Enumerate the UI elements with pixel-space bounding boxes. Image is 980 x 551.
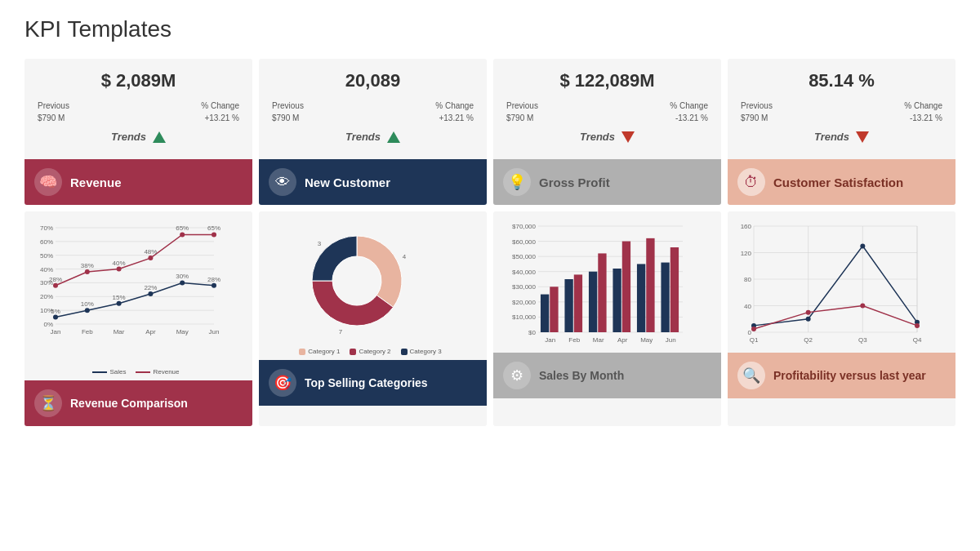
chart-area: 0%10%20%30%40%50%60%70%JanFebMarAprMayJu… (24, 211, 252, 367)
svg-point-38 (117, 267, 122, 272)
svg-text:Jun: Jun (209, 328, 220, 335)
svg-text:$0: $0 (528, 329, 536, 336)
previous-value: $790 M (741, 113, 768, 122)
trend-down-icon (856, 131, 869, 143)
change-value: -13.21 % (910, 113, 942, 122)
svg-text:22%: 22% (144, 284, 157, 291)
kpi-trends: Trends (506, 131, 708, 151)
svg-text:48%: 48% (144, 248, 157, 256)
kpi-card-customer-satisfaction: 85.14 % Previous % Change $790 M -13.21 … (728, 59, 956, 205)
svg-point-40 (148, 256, 153, 260)
trends-label: Trends (345, 131, 381, 143)
kpi-footer-label: Revenue (70, 176, 122, 189)
svg-text:7: 7 (339, 328, 343, 335)
chart-footer-label: Sales By Month (539, 369, 624, 382)
svg-text:Feb: Feb (568, 336, 580, 344)
kpi-meta-values: $790 M +13.21 % (272, 113, 474, 122)
svg-rect-78 (646, 238, 654, 332)
kpi-footer-label: Gross Profit (539, 176, 610, 189)
trends-label: Trends (111, 131, 146, 143)
svg-text:4: 4 (403, 253, 407, 260)
svg-text:28%: 28% (207, 276, 220, 283)
change-label: % Change (670, 101, 708, 110)
donut-chart-svg: 473 (267, 220, 455, 354)
svg-text:$10,000: $10,000 (512, 313, 536, 321)
kpi-card-revenue: $ 2,089M Previous % Change $790 M +13.21… (24, 59, 252, 205)
chart-footer: ⚙ Sales By Month (493, 353, 721, 398)
chart-area: 04080120160Q1Q2Q3Q4 (728, 211, 956, 346)
chart-footer-icon: 🔍 (737, 362, 765, 389)
page-title: KPI Templates (24, 16, 956, 42)
chart-footer-icon: 🎯 (269, 369, 296, 397)
kpi-meta-labels: Previous % Change (741, 101, 942, 110)
svg-text:20%: 20% (40, 293, 53, 300)
chart-footer-label: Profitability versus last year (773, 369, 926, 382)
chart-area: 473 (259, 211, 487, 346)
kpi-trends: Trends (38, 131, 239, 151)
svg-text:15%: 15% (113, 294, 126, 301)
svg-text:$50,000: $50,000 (512, 253, 536, 260)
trends-label: Trends (580, 131, 615, 143)
svg-text:Apr: Apr (145, 328, 156, 335)
svg-text:0: 0 (748, 329, 752, 336)
previous-label: Previous (506, 101, 538, 110)
previous-value: $790 M (506, 113, 533, 122)
svg-point-104 (860, 243, 865, 248)
svg-point-32 (212, 283, 216, 288)
svg-text:Jan: Jan (545, 336, 555, 344)
chart-footer-label: Top Selling Categories (305, 376, 428, 389)
kpi-footer-icon: 💡 (503, 168, 531, 196)
svg-text:120: 120 (741, 250, 752, 257)
trend-up-icon (153, 131, 166, 143)
svg-point-108 (860, 304, 865, 309)
kpi-trends: Trends (741, 131, 942, 151)
kpi-footer: ⏱ Customer Satisfaction (728, 159, 956, 205)
kpi-top: 20,089 Previous % Change $790 M +13.21 %… (259, 59, 487, 159)
previous-value: $790 M (38, 113, 65, 122)
chart-card-profitability: 04080120160Q1Q2Q3Q4 🔍 Profitability vers… (728, 211, 956, 426)
svg-rect-81 (670, 247, 679, 332)
legend-item: Revenue (136, 368, 179, 375)
svg-rect-74 (612, 269, 621, 332)
svg-text:May: May (640, 336, 653, 344)
svg-point-30 (180, 280, 185, 285)
kpi-top: $ 122,089M Previous % Change $790 M -13.… (493, 59, 721, 159)
svg-point-42 (180, 232, 185, 237)
kpi-footer: 💡 Gross Profit (493, 159, 721, 205)
svg-point-103 (806, 317, 811, 322)
kpi-main-value: $ 2,089M (38, 70, 239, 91)
previous-label: Previous (38, 101, 69, 110)
change-label: % Change (435, 101, 474, 110)
kpi-meta-values: $790 M +13.21 % (38, 113, 239, 122)
kpi-footer-icon: 🧠 (34, 168, 62, 196)
chart-card-top-selling: 473 Category 1 Category 2 Category 3 🎯 T… (259, 211, 487, 426)
svg-text:70%: 70% (40, 224, 53, 232)
svg-point-36 (85, 269, 90, 274)
kpi-meta-labels: Previous % Change (506, 101, 708, 110)
kpi-footer-icon: ⏱ (737, 168, 765, 196)
svg-text:50%: 50% (40, 252, 53, 260)
chart-footer: 🔍 Profitability versus last year (728, 353, 956, 398)
svg-text:$70,000: $70,000 (512, 223, 536, 230)
svg-text:Q2: Q2 (804, 336, 813, 344)
kpi-footer: 🧠 Revenue (24, 159, 252, 205)
svg-text:Q3: Q3 (858, 336, 867, 344)
svg-text:0%: 0% (43, 321, 53, 328)
svg-text:40%: 40% (113, 260, 126, 267)
svg-rect-66 (550, 287, 558, 332)
change-value: +13.21 % (439, 113, 474, 122)
svg-rect-68 (564, 279, 572, 332)
svg-text:Jan: Jan (51, 328, 61, 335)
kpi-top: 85.14 % Previous % Change $790 M -13.21 … (728, 59, 956, 159)
trend-down-icon (621, 131, 635, 143)
svg-text:3: 3 (318, 240, 322, 247)
chart-legend: Sales Revenue (24, 367, 252, 380)
svg-point-24 (85, 308, 90, 313)
svg-point-28 (148, 291, 153, 296)
svg-text:38%: 38% (81, 262, 94, 269)
svg-point-106 (751, 327, 756, 331)
kpi-card-gross-profit: $ 122,089M Previous % Change $790 M -13.… (493, 59, 721, 205)
trends-label: Trends (814, 131, 849, 143)
change-label: % Change (201, 101, 239, 110)
chart-card-sales-by-month: $0$10,000$20,000$30,000$40,000$50,000$60… (493, 211, 721, 426)
